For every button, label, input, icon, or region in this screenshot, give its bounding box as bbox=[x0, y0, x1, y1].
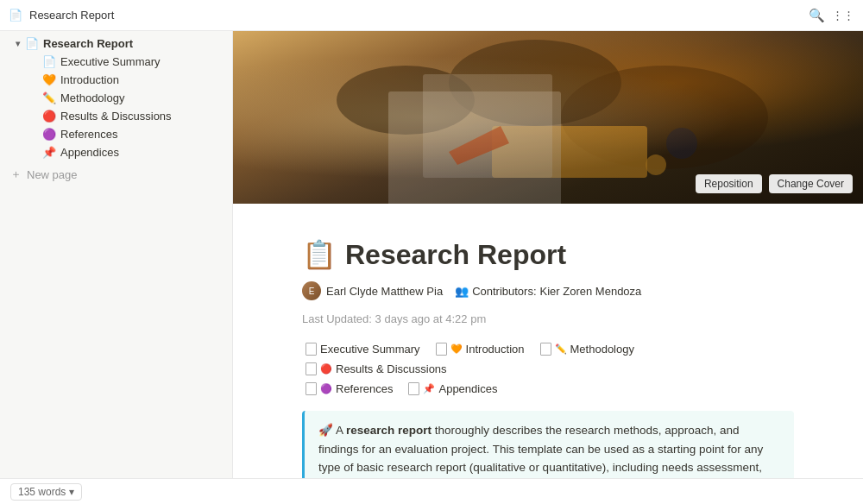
sidebar-root-item[interactable]: ▾ 📄 Research Report bbox=[3, 35, 229, 53]
sidebar-label-methodology: Methodology bbox=[60, 91, 222, 104]
subpage-doc-icon bbox=[540, 343, 551, 356]
subpage-methodology[interactable]: ✏️ Methodology bbox=[537, 341, 638, 357]
top-bar-title: Research Report bbox=[29, 9, 114, 22]
svg-point-8 bbox=[646, 154, 666, 175]
layout-icon[interactable]: ⋮⋮ bbox=[832, 9, 854, 22]
page-title: Research Report bbox=[345, 239, 566, 271]
plus-icon: ＋ bbox=[10, 167, 22, 182]
subpages-row-2: 🟣 References 📌 Appendices bbox=[302, 381, 794, 397]
page-icon-small: 📄 bbox=[9, 9, 22, 22]
page-title-row: 📋 Research Report bbox=[302, 238, 794, 271]
methodology-color-icon: ✏️ bbox=[555, 343, 567, 355]
subpage-label: Executive Summary bbox=[320, 343, 420, 356]
last-updated: Last Updated: 3 days ago at 4:22 pm bbox=[302, 312, 486, 325]
updated-label: Last Updated: bbox=[302, 312, 372, 325]
results-color-icon: 🔴 bbox=[320, 363, 332, 375]
introduction-icon: 🧡 bbox=[41, 73, 57, 86]
sidebar-label-executive-summary: Executive Summary bbox=[60, 55, 222, 68]
subpage-doc-icon bbox=[408, 382, 419, 395]
subpage-doc-icon bbox=[306, 343, 317, 356]
subpage-executive-summary[interactable]: Executive Summary bbox=[302, 341, 424, 357]
sidebar-label-appendices: Appendices bbox=[60, 146, 222, 159]
info-text-before: A bbox=[336, 424, 346, 437]
new-page-label: New page bbox=[27, 168, 78, 181]
appendices-color-icon: 📌 bbox=[423, 383, 435, 394]
author-section: E Earl Clyde Matthew Pia bbox=[302, 281, 443, 300]
subpage-label: Introduction bbox=[466, 343, 525, 356]
appendices-icon: 📌 bbox=[41, 146, 57, 159]
subpage-doc-icon bbox=[436, 343, 447, 356]
contributors-section: 👥 Contributors: Kier Zoren Mendoza bbox=[455, 285, 641, 298]
references-color-icon: 🟣 bbox=[320, 383, 332, 394]
sidebar-sub-items: 📄 Executive Summary 🧡 Introduction ✏️ Me… bbox=[0, 53, 232, 161]
subpage-doc-icon bbox=[306, 362, 317, 375]
author-avatar: E bbox=[302, 281, 321, 300]
sidebar-item-methodology[interactable]: ✏️ Methodology bbox=[17, 89, 229, 107]
contributors-names: Kier Zoren Mendoza bbox=[540, 285, 642, 298]
sidebar-item-references[interactable]: 🟣 References bbox=[17, 125, 229, 143]
methodology-icon: ✏️ bbox=[41, 91, 57, 104]
sidebar-root-label: Research Report bbox=[43, 37, 222, 50]
subpage-references[interactable]: 🟣 References bbox=[302, 381, 396, 397]
main-layout: ▾ 📄 Research Report 📄 Executive Summary … bbox=[0, 31, 863, 478]
sidebar-item-executive-summary[interactable]: 📄 Executive Summary bbox=[17, 53, 229, 71]
svg-rect-5 bbox=[423, 74, 552, 178]
updated-value: 3 days ago at 4:22 pm bbox=[375, 312, 487, 325]
subpage-appendices[interactable]: 📌 Appendices bbox=[405, 381, 501, 397]
change-cover-button[interactable]: Change Cover bbox=[769, 174, 853, 193]
subpage-label: Results & Discussions bbox=[336, 362, 447, 375]
executive-summary-icon: 📄 bbox=[41, 55, 57, 68]
svg-point-7 bbox=[666, 128, 697, 159]
new-page-button[interactable]: ＋ New page bbox=[0, 163, 232, 186]
sidebar-item-results[interactable]: 🔴 Results & Discussions bbox=[17, 107, 229, 125]
root-page-icon: 📄 bbox=[24, 37, 40, 50]
search-icon[interactable]: 🔍 bbox=[809, 8, 825, 23]
status-bar: 135 words ▾ bbox=[0, 478, 863, 504]
info-banner: 🚀 A research report thoroughly describes… bbox=[302, 411, 794, 478]
chevron-down-icon: ▾ bbox=[10, 39, 24, 48]
subpage-label: Methodology bbox=[570, 343, 634, 356]
subpage-label: References bbox=[336, 382, 393, 395]
cover-image: Reposition Change Cover bbox=[233, 31, 863, 204]
subpage-label: Appendices bbox=[438, 382, 497, 395]
introduction-color-icon: 🧡 bbox=[450, 343, 463, 355]
sidebar-label-introduction: Introduction bbox=[60, 73, 222, 86]
subpage-doc-icon bbox=[306, 382, 317, 395]
subpages-row-1: Executive Summary 🧡 Introduction ✏️ Meth… bbox=[302, 341, 794, 377]
subpages-area: Executive Summary 🧡 Introduction ✏️ Meth… bbox=[302, 341, 794, 397]
subpage-introduction[interactable]: 🧡 Introduction bbox=[432, 341, 528, 357]
results-icon: 🔴 bbox=[41, 110, 57, 123]
top-bar-icons: 🔍 ⋮⋮ bbox=[809, 8, 854, 23]
rocket-icon: 🚀 bbox=[318, 424, 333, 437]
page-content: 📋 Research Report E Earl Clyde Matthew P… bbox=[233, 204, 863, 478]
meta-row: E Earl Clyde Matthew Pia 👥 Contributors:… bbox=[302, 281, 794, 325]
info-bold-text: research report bbox=[346, 424, 432, 437]
cover-actions: Reposition Change Cover bbox=[696, 174, 853, 193]
sidebar-item-introduction[interactable]: 🧡 Introduction bbox=[17, 71, 229, 89]
dropdown-icon: ▾ bbox=[69, 486, 74, 498]
content-area: Reposition Change Cover 📋 Research Repor… bbox=[233, 31, 863, 478]
sidebar-label-references: References bbox=[60, 128, 222, 141]
contributors-icon: 👥 bbox=[455, 285, 469, 298]
author-name: Earl Clyde Matthew Pia bbox=[326, 285, 443, 298]
sidebar: ▾ 📄 Research Report 📄 Executive Summary … bbox=[0, 31, 233, 478]
references-icon: 🟣 bbox=[41, 128, 57, 141]
word-count-button[interactable]: 135 words ▾ bbox=[10, 483, 82, 501]
sidebar-label-results: Results & Discussions bbox=[60, 110, 222, 123]
sidebar-item-appendices[interactable]: 📌 Appendices bbox=[17, 143, 229, 161]
top-bar: 📄 Research Report 🔍 ⋮⋮ bbox=[0, 0, 863, 31]
word-count-value: 135 words bbox=[18, 486, 66, 498]
page-emoji: 📋 bbox=[302, 238, 337, 271]
subpage-results[interactable]: 🔴 Results & Discussions bbox=[302, 361, 450, 377]
contributors-label: Contributors: bbox=[472, 285, 536, 298]
reposition-button[interactable]: Reposition bbox=[696, 174, 762, 193]
